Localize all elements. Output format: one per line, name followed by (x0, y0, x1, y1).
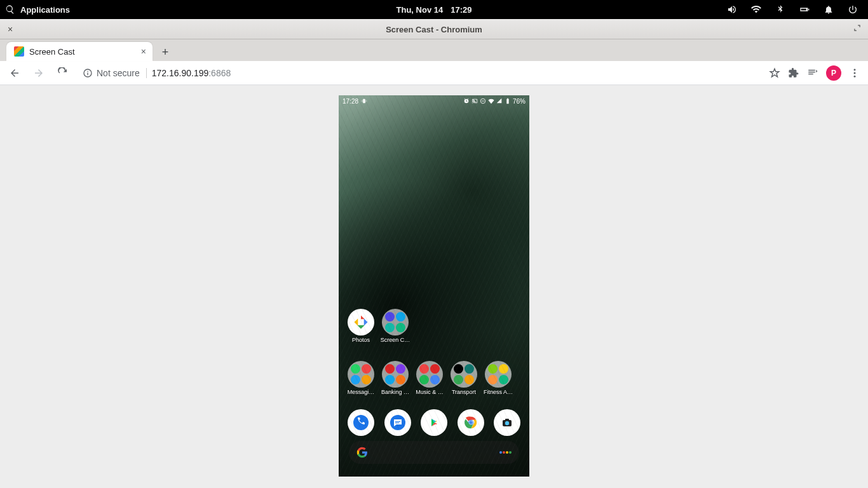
tab-favicon-icon (14, 46, 24, 57)
back-button[interactable] (4, 63, 25, 83)
menu-icon[interactable] (849, 67, 860, 79)
reading-list-icon[interactable] (807, 67, 818, 79)
app-folder[interactable]: Transport (449, 361, 478, 395)
cast-phone-screen[interactable]: 17:28 76% PhotosScreen C… Messagi…Bankin… (339, 95, 529, 477)
svg-point-0 (854, 69, 856, 71)
phone-wifi-icon (488, 98, 494, 104)
svg-point-6 (426, 415, 442, 430)
activities-button[interactable]: Applications (5, 4, 70, 15)
profile-avatar[interactable]: P (826, 65, 841, 81)
gnome-top-bar: Applications Thu, Nov 14 17:29 (0, 0, 868, 19)
svg-rect-13 (505, 419, 509, 421)
address-bar[interactable]: Not secure 172.16.90.199:6868 (76, 64, 763, 82)
search-icon (5, 4, 15, 15)
app-label: Fitness A… (484, 389, 513, 395)
tab-title: Screen Cast (29, 47, 136, 57)
phone-battery-pct: 76% (513, 98, 526, 105)
dock-app-camera[interactable] (492, 409, 522, 436)
google-search-bar[interactable] (349, 441, 519, 464)
browser-tab-active[interactable]: Screen Cast × (6, 42, 153, 61)
phone-home-apps: PhotosScreen C… Messagi…Banking …Music &… (339, 302, 529, 395)
applications-label: Applications (20, 5, 70, 15)
svg-point-8 (468, 421, 473, 425)
phone-battery-icon (505, 98, 511, 104)
svg-point-10 (499, 415, 515, 430)
restore-icon (853, 24, 862, 32)
browser-toolbar: Not secure 172.16.90.199:6868 P (0, 61, 868, 85)
bluetooth-icon (775, 4, 785, 15)
cast-icon (471, 98, 478, 104)
forward-icon (33, 67, 44, 79)
window-title: Screen Cast - Chromium (386, 25, 482, 34)
svg-rect-11 (503, 420, 512, 426)
new-tab-button[interactable]: + (156, 43, 174, 61)
date-label: Thu, Nov 14 (397, 5, 444, 15)
app-label: Banking … (381, 389, 409, 395)
url-text: 172.16.90.199:6868 (152, 68, 231, 78)
svg-point-9 (469, 421, 472, 424)
app-label: Messagi… (348, 389, 375, 395)
app-label: Screen C… (381, 337, 410, 343)
dock-app-play[interactable] (419, 409, 449, 436)
app-folder[interactable]: Screen C… (381, 309, 410, 343)
assistant-icon[interactable] (499, 451, 512, 454)
phone-time: 17:28 (342, 98, 358, 105)
app-label: Photos (352, 337, 370, 343)
dock-app-chrome[interactable] (456, 409, 485, 436)
dock-app-phone[interactable] (346, 409, 376, 436)
volume-icon (727, 4, 737, 15)
window-restore-button[interactable] (853, 24, 862, 35)
google-logo-icon (356, 447, 368, 458)
reload-icon (57, 67, 69, 79)
forward-button[interactable] (28, 63, 50, 83)
app-folder[interactable]: Messagi… (346, 361, 376, 395)
signal-icon (496, 98, 503, 104)
alarm-icon (463, 98, 470, 104)
dnd-icon (480, 98, 486, 104)
app-folder[interactable]: Fitness A… (484, 361, 513, 395)
svg-point-7 (463, 415, 478, 430)
vibrate-icon (361, 98, 367, 104)
page-content: 17:28 76% PhotosScreen C… Messagi…Bankin… (0, 85, 868, 488)
svg-point-3 (480, 98, 485, 104)
svg-point-2 (854, 75, 856, 77)
clock[interactable]: Thu, Nov 14 17:29 (397, 5, 472, 15)
info-icon (83, 68, 93, 78)
window-close-button[interactable]: × (5, 24, 15, 34)
notifications-icon (824, 4, 834, 15)
app-icon[interactable]: Photos (346, 309, 376, 343)
dock-app-messages[interactable] (383, 409, 412, 436)
svg-point-1 (854, 72, 856, 74)
svg-point-12 (505, 421, 509, 425)
tab-close-button[interactable]: × (141, 46, 146, 57)
window-title-bar: × Screen Cast - Chromium (0, 19, 868, 39)
back-icon (9, 67, 20, 79)
app-folder[interactable]: Banking … (381, 361, 410, 395)
power-icon (848, 4, 858, 15)
security-label: Not secure (97, 68, 140, 78)
app-label: Music & … (416, 389, 444, 395)
battery-icon (799, 4, 810, 15)
system-tray[interactable] (727, 4, 863, 15)
phone-status-bar: 17:28 76% (339, 95, 529, 107)
security-indicator[interactable]: Not secure (83, 68, 147, 78)
app-folder[interactable]: Music & … (415, 361, 444, 395)
phone-dock (339, 409, 529, 436)
browser-tab-strip: Screen Cast × + (0, 39, 868, 61)
wifi-icon (751, 4, 761, 15)
app-label: Transport (452, 389, 476, 395)
time-label: 17:29 (451, 5, 471, 15)
bookmark-star-icon[interactable] (769, 67, 780, 79)
reload-button[interactable] (52, 63, 74, 83)
svg-point-4 (353, 415, 369, 430)
svg-point-5 (390, 415, 405, 430)
extensions-icon[interactable] (788, 67, 799, 79)
